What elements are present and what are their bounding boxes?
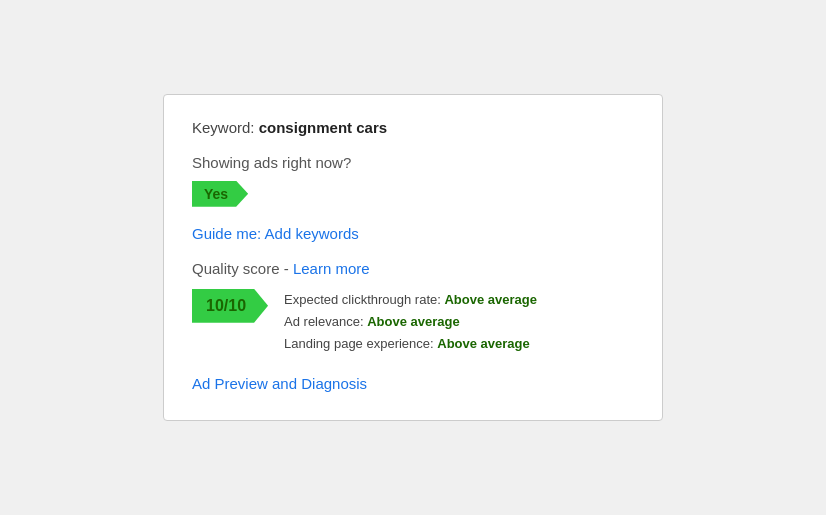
quality-score-header: Quality score - Learn more [192,260,634,277]
ad-preview-link[interactable]: Ad Preview and Diagnosis [192,375,634,392]
metric-relevance-value: Above average [367,314,460,329]
metric-landing: Landing page experience: Above average [284,333,537,355]
yes-badge: Yes [192,181,248,207]
metric-ctr-label: Expected clickthrough rate: [284,292,444,307]
learn-more-link[interactable]: Learn more [293,260,370,277]
metric-ctr-value: Above average [444,292,537,307]
info-card: Keyword: consignment cars Showing ads ri… [163,94,663,421]
metric-relevance: Ad relevance: Above average [284,311,537,333]
metric-landing-label: Landing page experience: [284,336,437,351]
keyword-row: Keyword: consignment cars [192,119,634,136]
metric-landing-value: Above average [437,336,530,351]
metric-relevance-label: Ad relevance: [284,314,367,329]
guide-me-link[interactable]: Guide me: Add keywords [192,225,634,242]
quality-score-row: 10/10 Expected clickthrough rate: Above … [192,289,634,355]
quality-score-label: Quality score - [192,260,293,277]
score-details: Expected clickthrough rate: Above averag… [284,289,537,355]
showing-ads-label: Showing ads right now? [192,154,634,171]
score-badge: 10/10 [192,289,268,323]
keyword-value: consignment cars [259,119,387,136]
keyword-label: Keyword: [192,119,255,136]
metric-ctr: Expected clickthrough rate: Above averag… [284,289,537,311]
yes-badge-container: Yes [192,181,634,207]
